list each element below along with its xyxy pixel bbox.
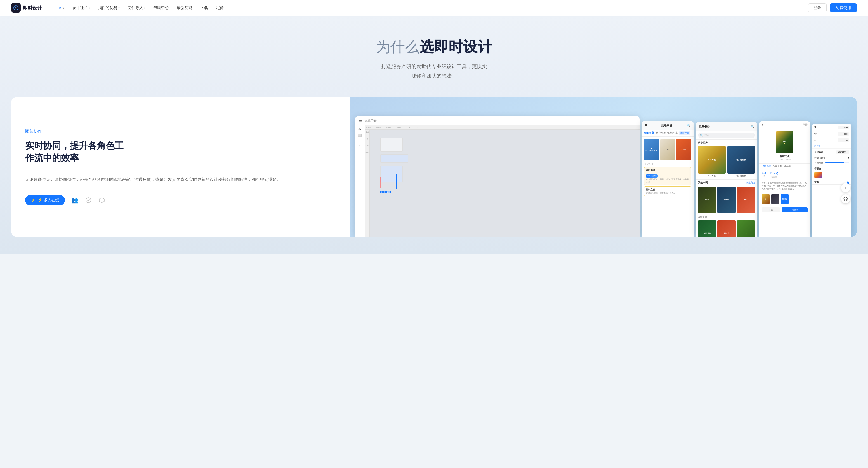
detail-tab-intro[interactable]: 书籍介绍: [762, 165, 771, 168]
free-use-button[interactable]: 免费使用: [830, 3, 857, 12]
tab-selected[interactable]: 精选名著: [644, 131, 654, 135]
props-x-label: X: [814, 126, 816, 129]
cloud-panel-search[interactable]: 🔍 搜索: [696, 131, 757, 139]
shelf2-item-1[interactable]: 保护野生物: [698, 220, 716, 237]
canvas-frame-1: [380, 137, 403, 152]
hot-section: 每日海漫 即时设计·Piu 在这里你可以找到不计其数的海漫册选择，包括轻小说… …: [644, 167, 691, 196]
my-shelf-row: 我的书架 浏览商店: [696, 180, 757, 186]
logo[interactable]: 即时设计: [11, 3, 42, 12]
cloud-search-icon: 🔍: [750, 125, 754, 129]
import-chevron-icon: ▾: [144, 6, 146, 9]
tab-all[interactable]: 浏览全部: [679, 131, 690, 135]
scroll-up-button[interactable]: ↑: [841, 183, 850, 192]
nav-download[interactable]: 下载: [197, 4, 211, 12]
props-multi-label: 多个值: [814, 145, 820, 147]
nav-help[interactable]: 帮助中心: [150, 4, 172, 12]
community-chevron-icon: ▾: [89, 6, 90, 9]
book-poster-2: 🏕: [660, 139, 675, 160]
menu-icon: ☰: [359, 118, 362, 123]
appearance-section: 外观（正常） ▾: [812, 155, 851, 160]
pen-icon: ✏: [359, 145, 361, 148]
feature-left: 团队协作 实时协同，提升各角色工作流中的效率 无论是多位设计师协同创作，还是产品…: [11, 97, 349, 237]
props-w-value[interactable]: 100: [838, 132, 849, 136]
detail-tab-works[interactable]: 作品集: [784, 165, 791, 168]
read-button[interactable]: 开始阅读: [782, 208, 808, 213]
nav-pricing[interactable]: 定价: [213, 4, 227, 12]
props-r-row: ⟳ 0: [812, 137, 851, 144]
browse-all[interactable]: 浏览商店: [746, 181, 755, 184]
shelf2-item-letgrow[interactable]: Let Them GRow 🌿: [737, 220, 755, 237]
props-w-label: W: [814, 133, 816, 135]
nav-community[interactable]: 设计社区 ▾: [69, 4, 93, 12]
width-dropdown[interactable]: 固定宽度 ▾: [836, 150, 849, 154]
canvas-ruler-vertical: -1000100200: [365, 130, 370, 237]
second-shelf-grid: 保护野生物 森林之火 Let Them GRow 🌿: [696, 219, 757, 237]
book-grid-top: 🏔 LET THEM GROW 🏕: [644, 139, 691, 160]
layout-dropdown[interactable]: 固定宽度 ▾: [836, 150, 849, 154]
nav-advantage[interactable]: 我们的优势 ▾: [95, 4, 123, 12]
feature-icons: 👥: [70, 196, 106, 205]
detail-panel: ‹ 详情 FIRE🔥 森林之火 动势·九方湖滨 书籍介绍: [760, 121, 810, 237]
recommend-grid: 每日海漫 每日海漫 保护野生物 保护野生物: [696, 146, 757, 180]
shelf-item-fire[interactable]: FIRE: [737, 187, 755, 213]
cloud-book-img-2: 保护野生物: [727, 146, 755, 174]
nav-import[interactable]: 文件导入 ▾: [124, 4, 149, 12]
cloud-book-img-1: 每日海漫: [698, 146, 726, 174]
login-button[interactable]: 登录: [808, 3, 827, 12]
cloud-search-icon-inner: 🔍: [700, 134, 703, 137]
deep-forest-row: 深林之渡: [696, 214, 757, 219]
canvas-column: -500-400-300-200-1000 -1000100200: [365, 125, 640, 237]
feature-cta: ⚡ ⚡ 多人在线 👥: [25, 195, 336, 206]
book-item-1[interactable]: 🏔 LET THEM GROW: [644, 139, 659, 160]
cloud-book-card-2[interactable]: 保护野生物 保护野生物: [727, 146, 755, 177]
download-button[interactable]: 下载: [762, 208, 780, 213]
app-mockup: ☰ 云雁书谷 ✥ ⬜ T ✏ -500-400-300-200-1000: [355, 116, 640, 237]
back-icon[interactable]: ‹: [762, 123, 763, 127]
detail-preview: FIRE🔥 森林之火 动势·九方湖滨: [760, 129, 810, 163]
opacity-slider[interactable]: [826, 162, 849, 163]
shelf-item-1[interactable]: FILMS: [698, 187, 716, 213]
props-r-value[interactable]: 0: [838, 138, 849, 142]
shelf2-item-2[interactable]: 森林之火: [717, 220, 736, 237]
cloud-book-card-1[interactable]: 每日海漫 每日海漫: [698, 146, 726, 177]
layout-section: 自动布局 固定宽度 ▾: [812, 149, 851, 155]
hot-item-2: 深林之渡 走进这片深林，探索未知的世界...: [644, 186, 691, 196]
tab-bestseller[interactable]: 畅销作品: [668, 131, 678, 135]
panel-tabs[interactable]: 精选名著 经典名著 畅销作品 浏览全部: [642, 130, 693, 137]
book-item-3[interactable]: 🔥 FIRE: [676, 139, 691, 160]
nav-new-feature[interactable]: 最新功能: [174, 4, 196, 12]
hot-item-1: 每日海漫 即时设计·Piu 在这里你可以找到不计其数的海漫册选择，包括轻小说…: [644, 167, 691, 185]
props-x-value[interactable]: 114: [838, 126, 849, 129]
detail-stats: 9.8 分 11.2万 阅读量: [760, 169, 810, 180]
nav-ai[interactable]: Ai ▾: [55, 4, 68, 12]
logo-text: 即时设计: [23, 5, 42, 11]
panel-search-icon: 🔍: [686, 124, 691, 127]
bg-color-preview[interactable]: [814, 172, 822, 178]
nav-actions: 登录 免费使用: [808, 3, 857, 12]
shelf-item-dont-kill[interactable]: DON'T KILL: [717, 187, 736, 213]
detail-tab-author[interactable]: 作家主页: [773, 165, 782, 168]
multi-online-button[interactable]: ⚡ ⚡ 多人在线: [25, 195, 65, 206]
bg-color-row: [812, 171, 851, 179]
detail-header: ‹ 详情: [760, 121, 810, 129]
canvas-selection: 100 × 192: [380, 174, 397, 189]
hot-item-desc: 在这里你可以找到不计其数的海漫册选择，包括轻小说…: [646, 178, 689, 184]
hot-item-title: 每日海漫: [646, 169, 689, 172]
props-multi-row: 多个值: [812, 144, 851, 149]
stat-score: 9.8 分: [762, 171, 766, 178]
opacity-row: 不透明度: [812, 160, 851, 166]
hero-section: 为什么选即时设计 打造服务产研的次世代专业级设计工具，更快实 现你和团队的想法。: [0, 15, 868, 97]
detail-book-title: 森林之火: [762, 155, 808, 158]
action-thumb-1: 即: [762, 194, 770, 204]
action-thumb-2: 👤: [771, 194, 779, 204]
feature-desc: 无论是多位设计师协同创作，还是产品经理随时随地评审、沟通反馈，或是研发人员查看实…: [25, 176, 336, 184]
tab-classic[interactable]: 经典名著: [656, 131, 666, 135]
action-thumb-3: 即时设计: [781, 194, 788, 204]
frame-icon: ⬜: [358, 134, 362, 137]
dropdown-chevron-icon: ▾: [846, 151, 847, 153]
scroll-buttons: ↑ 🎧: [841, 183, 850, 203]
logo-icon: [11, 3, 21, 12]
book-item-2[interactable]: 🏕: [660, 139, 675, 160]
hot-section-title: 今日热门: [644, 162, 691, 165]
scroll-down-button[interactable]: 🎧: [841, 194, 850, 203]
